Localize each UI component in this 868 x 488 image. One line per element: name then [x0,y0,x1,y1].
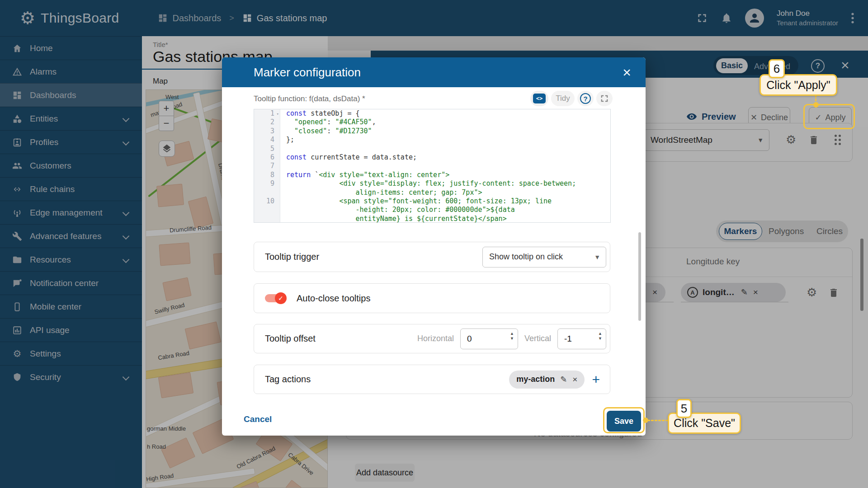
edit-action-icon[interactable]: ✎ [560,375,567,385]
code-line: 5 [254,145,610,153]
apply-connector-dot [813,102,819,108]
auto-close-toggle[interactable]: ✓ [265,294,286,302]
vertical-label: Vertical [524,334,551,343]
tooltip-offset-row: Tooltip offset Horizontal 0 ▲▼ Vertical … [254,324,610,353]
marker-configuration-dialog: Marker configuration × Tooltip function:… [222,57,646,436]
tooltip-trigger-row: Tooltip trigger Show tooltip on click ▼ [254,242,610,272]
code-line: 7 [254,162,610,170]
code-line: 2 "opened": "#4CAF50", [254,118,610,127]
dialog-title: Marker configuration [254,66,361,80]
tooltip-trigger-select[interactable]: Show tooltip on click ▼ [482,247,606,267]
code-line: entityName} is ${currentState}</span> [254,215,610,223]
stepper-arrows-icon[interactable]: ▲▼ [598,332,602,341]
code-line: 6const currentState = data.state; [254,153,610,162]
add-action-icon[interactable]: + [592,372,600,387]
dialog-close-icon[interactable]: × [623,64,631,80]
tooltip-function-code-editor[interactable]: 1▾const stateObj = {2 "opened": "#4CAF50… [254,109,611,223]
tidy-button[interactable]: Tidy [551,91,575,106]
code-window-icon[interactable]: <> [530,91,548,106]
toggle-check-icon: ✓ [275,292,287,304]
code-line: 4}; [254,136,610,144]
step-5-badge: 5 [676,399,692,418]
code-rows: 1▾const stateObj = {2 "opened": "#4CAF50… [254,109,610,223]
chevron-down-icon: ▼ [594,253,600,261]
code-line: -height: 20px; color: #000000de">${data [254,206,610,214]
auto-close-row: ✓ Auto-close tooltips [254,283,610,313]
code-line: 1▾const stateObj = { [254,109,610,118]
tooltip-trigger-label: Tooltip trigger [265,252,319,262]
tooltip-function-label: Tooltip function: f(data, dsData) * [254,94,365,103]
auto-close-label: Auto-close tooltips [297,293,370,304]
code-line: 10 <span style="font-weight: 600; font-s… [254,197,610,206]
dialog-scrollbar[interactable] [638,232,641,321]
save-highlight-box [603,407,645,433]
horizontal-offset-input[interactable]: 0 ▲▼ [460,328,518,349]
horizontal-label: Horizontal [417,334,454,343]
cancel-button[interactable]: Cancel [244,414,272,424]
code-line: 9 <div style="display: flex; justify-con… [254,179,610,188]
vertical-offset-input[interactable]: -1 ▲▼ [557,328,606,349]
code-line: align-items: center; gap: 7px"> [254,188,610,197]
save-connector-line [647,420,668,421]
save-connector-dot [643,418,648,423]
stepper-arrows-icon[interactable]: ▲▼ [510,332,514,341]
step-6-badge: 6 [769,59,785,78]
apply-highlight-box [803,104,855,129]
tag-actions-row: Tag actions my-action ✎ × + [254,365,610,394]
function-help-icon[interactable]: ? [577,91,594,106]
editor-fullscreen-icon[interactable] [596,91,613,106]
code-line: 3 "closed": "#D12730" [254,127,610,136]
remove-action-icon[interactable]: × [572,375,577,385]
dialog-header: Marker configuration × [222,57,646,87]
tag-action-chip[interactable]: my-action ✎ × [509,371,585,389]
code-line: 8return `<div style="text-align: center"… [254,171,610,179]
